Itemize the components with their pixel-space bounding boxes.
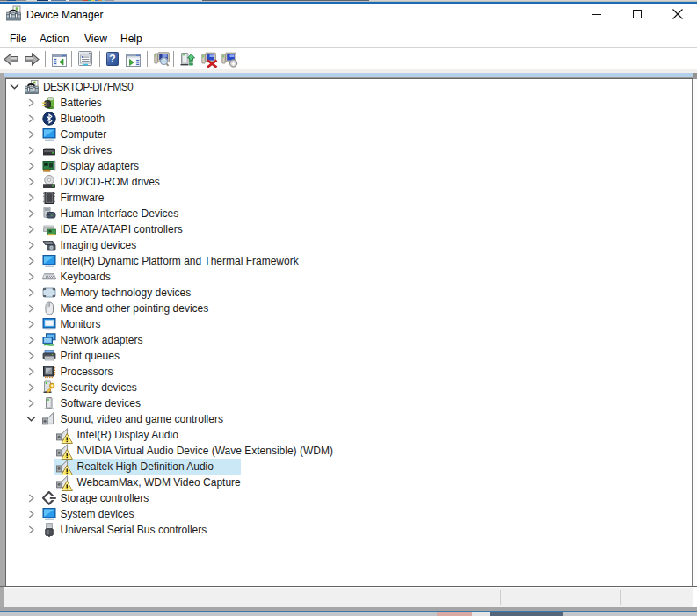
svg-text:?: ? — [109, 53, 115, 65]
